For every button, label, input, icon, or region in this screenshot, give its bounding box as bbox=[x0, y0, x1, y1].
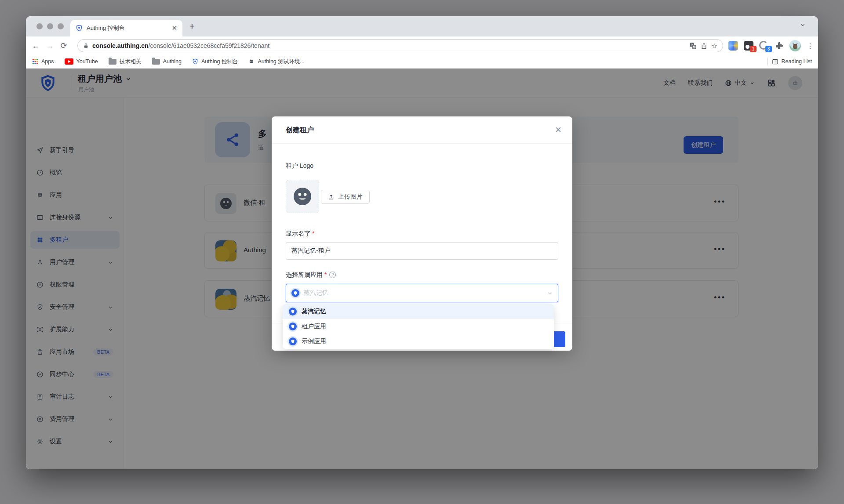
traffic-lights bbox=[36, 23, 64, 29]
help-icon[interactable]: ? bbox=[329, 272, 336, 278]
authing-favicon-icon bbox=[76, 25, 83, 32]
app-select-dropdown: 蒸汽记忆 租户应用 示例应用 bbox=[283, 304, 554, 349]
upload-icon bbox=[328, 194, 335, 200]
app-label: 选择所属应用*? bbox=[286, 271, 336, 279]
bookmark-label: Authing 测试环境... bbox=[258, 58, 304, 65]
tab-strip: Authing 控制台 ✕ + bbox=[26, 16, 818, 36]
bookmark-label: Apps bbox=[41, 58, 54, 65]
apps-grid-icon bbox=[32, 58, 38, 65]
maximize-window-button[interactable] bbox=[58, 23, 64, 29]
dropdown-option[interactable]: 示例应用 bbox=[283, 334, 554, 349]
new-tab-button[interactable]: + bbox=[189, 22, 195, 32]
bookmark-label: Authing 控制台 bbox=[201, 58, 238, 65]
translate-icon[interactable]: 文A bbox=[689, 42, 697, 50]
option-label: 租户应用 bbox=[302, 323, 326, 330]
bookmarks-divider bbox=[767, 58, 768, 65]
bookmark-star-icon[interactable]: ☆ bbox=[711, 42, 717, 50]
robot-icon bbox=[248, 58, 255, 65]
forward-button[interactable]: → bbox=[43, 41, 57, 51]
extension-dark-icon[interactable]: 1 bbox=[744, 41, 753, 51]
bookmark-authing-console[interactable]: Authing 控制台 bbox=[192, 58, 238, 65]
reading-list-label: Reading List bbox=[782, 58, 812, 65]
svg-text:A: A bbox=[693, 46, 695, 48]
modal-title: 创建租户 bbox=[286, 126, 314, 135]
option-label: 示例应用 bbox=[302, 337, 326, 345]
bookmark-label: Authing bbox=[163, 58, 182, 65]
url-host: console.authing.cn bbox=[92, 42, 149, 49]
close-icon[interactable]: ✕ bbox=[555, 125, 562, 135]
app-select[interactable]: 蒸汽记忆 bbox=[286, 284, 558, 302]
url-text: console.authing.cn/console/61ae0532ce68c… bbox=[92, 42, 685, 49]
extension-badge-red: 1 bbox=[750, 46, 757, 52]
app-logo-icon bbox=[289, 323, 297, 330]
bookmark-label: 技术相关 bbox=[120, 58, 142, 65]
folder-icon bbox=[109, 59, 116, 65]
display-name-input[interactable] bbox=[286, 242, 558, 260]
bookmark-apps[interactable]: Apps bbox=[32, 58, 54, 65]
bookmark-label: YouTube bbox=[76, 58, 98, 65]
extensions-puzzle-icon[interactable] bbox=[775, 41, 784, 51]
share-icon[interactable] bbox=[700, 42, 708, 50]
upload-label: 上传图片 bbox=[338, 193, 363, 201]
option-label: 蒸汽记忆 bbox=[302, 308, 326, 315]
tab-close-icon[interactable]: ✕ bbox=[171, 24, 177, 32]
bookmark-authing-test[interactable]: Authing 测试环境... bbox=[248, 58, 304, 65]
folder-icon bbox=[152, 59, 160, 65]
tab-title: Authing 控制台 bbox=[87, 24, 167, 32]
browser-window: Authing 控制台 ✕ + ← → ⟳ console.authing.cn… bbox=[26, 16, 818, 469]
tenant-logo-placeholder[interactable] bbox=[286, 180, 319, 213]
extension-circle-icon[interactable]: 3 bbox=[759, 41, 769, 51]
reload-button[interactable]: ⟳ bbox=[57, 41, 71, 51]
browser-toolbar: ← → ⟳ console.authing.cn/console/61ae053… bbox=[26, 36, 818, 55]
url-path: /console/61ae0532ce68ccfa59f21826/tenant bbox=[149, 42, 270, 49]
minimize-window-button[interactable] bbox=[47, 23, 53, 29]
chevron-down-icon bbox=[547, 290, 553, 296]
browser-tab[interactable]: Authing 控制台 ✕ bbox=[70, 20, 182, 36]
dropdown-option[interactable]: 蒸汽记忆 bbox=[283, 304, 554, 319]
extension-colorful-icon[interactable] bbox=[728, 41, 738, 51]
browser-menu-kebab-icon[interactable]: ⋮ bbox=[807, 42, 814, 50]
bookmark-tech-folder[interactable]: 技术相关 bbox=[109, 58, 142, 65]
selected-app-value: 蒸汽记忆 bbox=[304, 289, 542, 297]
authing-shield-icon bbox=[192, 58, 198, 65]
required-asterisk: * bbox=[324, 271, 327, 278]
app-logo-icon bbox=[291, 289, 299, 297]
face-icon bbox=[294, 188, 311, 205]
reading-list-icon bbox=[772, 58, 779, 65]
upload-image-button[interactable]: 上传图片 bbox=[321, 190, 370, 204]
logo-label: 租户 Logo bbox=[286, 162, 313, 170]
back-button[interactable]: ← bbox=[29, 41, 43, 51]
app-logo-icon bbox=[289, 308, 297, 315]
required-asterisk: * bbox=[312, 230, 314, 237]
tab-search-chevron-icon[interactable] bbox=[800, 22, 806, 28]
bookmarks-bar: Apps YouTube 技术相关 Authing Authing 控制台 Au… bbox=[26, 55, 818, 69]
extension-badge-blue: 3 bbox=[765, 46, 772, 52]
extensions-area: 1 3 ⋮ bbox=[728, 39, 814, 52]
bookmark-authing-folder[interactable]: Authing bbox=[152, 58, 182, 65]
bookmark-youtube[interactable]: YouTube bbox=[65, 58, 98, 65]
modal-header: 创建租户 ✕ bbox=[272, 116, 572, 144]
reading-list-button[interactable]: Reading List bbox=[772, 58, 812, 65]
close-window-button[interactable] bbox=[36, 23, 43, 29]
youtube-icon bbox=[65, 58, 73, 65]
page-content: 租户用户池 用户池 文档 联系我们 中文 bbox=[26, 69, 818, 469]
lock-icon bbox=[83, 43, 89, 49]
browser-profile-avatar[interactable] bbox=[789, 40, 801, 51]
name-label: 显示名字* bbox=[286, 230, 314, 238]
dropdown-option[interactable]: 租户应用 bbox=[283, 319, 554, 334]
url-bar[interactable]: console.authing.cn/console/61ae0532ce68c… bbox=[77, 39, 723, 52]
app-logo-icon bbox=[289, 337, 297, 345]
